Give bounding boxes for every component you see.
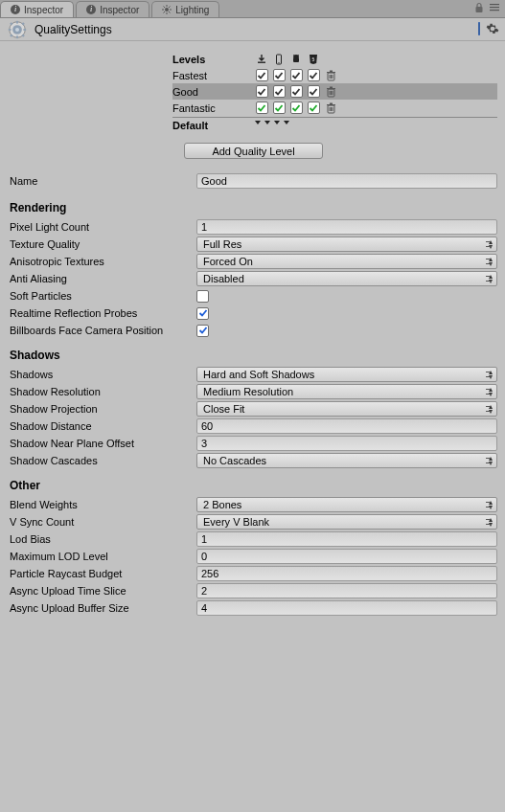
- shadow-cascades-label: Shadow Cascades: [10, 455, 196, 466]
- shadow-near-plane-input[interactable]: [196, 436, 497, 451]
- rendering-section: Rendering Pixel Light Count Texture Qual…: [10, 201, 497, 339]
- max-lod-input[interactable]: [196, 549, 497, 564]
- async-time-input[interactable]: [196, 583, 497, 598]
- shadows-dropdown[interactable]: Hard and Soft Shadows▴▾: [196, 367, 497, 382]
- pixel-light-count-input[interactable]: [196, 219, 497, 235]
- async-time-label: Async Upload Time Slice: [10, 585, 196, 597]
- levels-header-row: Levels 5: [172, 51, 497, 67]
- particle-raycast-input[interactable]: [196, 566, 497, 581]
- billboards-label: Billboards Face Camera Position: [10, 325, 196, 336]
- pixel-light-count-label: Pixel Light Count: [10, 221, 196, 233]
- gear-large-icon: [6, 18, 29, 41]
- level-platform-checkbox[interactable]: [305, 68, 322, 83]
- inspector-window: i Inspector i Inspector Lighting Quality…: [0, 0, 505, 812]
- lod-bias-input[interactable]: [196, 531, 497, 547]
- shadow-near-plane-label: Shadow Near Plane Offset: [10, 438, 196, 449]
- default-arrow[interactable]: [272, 118, 282, 127]
- tab-menu-icon[interactable]: [490, 3, 499, 12]
- texture-quality-label: Texture Quality: [10, 238, 196, 250]
- level-platform-checkbox[interactable]: [253, 101, 270, 116]
- level-platform-checkbox[interactable]: [305, 84, 322, 100]
- svg-rect-11: [490, 7, 499, 8]
- other-section: Other Blend Weights 2 Bones▴▾ V Sync Cou…: [10, 479, 497, 617]
- trash-icon[interactable]: [322, 101, 339, 116]
- level-platform-checkbox[interactable]: [270, 84, 287, 100]
- vsync-dropdown[interactable]: Every V Blank▴▾: [196, 514, 497, 530]
- tab-label: Inspector: [100, 5, 139, 15]
- trash-icon[interactable]: [322, 68, 339, 83]
- svg-rect-42: [330, 86, 333, 88]
- level-platform-checkbox[interactable]: [253, 84, 270, 100]
- anti-aliasing-dropdown[interactable]: Disabled▴▾: [196, 271, 497, 286]
- levels-default-row: Default: [172, 117, 497, 133]
- svg-rect-47: [327, 104, 335, 105]
- level-row[interactable]: Fantastic: [172, 100, 497, 116]
- svg-line-29: [298, 55, 299, 56]
- shadow-cascades-dropdown[interactable]: No Cascades▴▾: [196, 453, 497, 468]
- level-platform-checkbox[interactable]: [270, 101, 287, 116]
- texture-quality-dropdown[interactable]: Full Res▴▾: [196, 237, 497, 252]
- name-input[interactable]: [196, 173, 497, 189]
- shadows-label: Shadows: [10, 369, 196, 380]
- async-buffer-input[interactable]: [196, 600, 497, 616]
- level-row[interactable]: Good: [172, 83, 497, 100]
- svg-rect-48: [330, 102, 333, 104]
- soft-particles-label: Soft Particles: [10, 290, 196, 302]
- levels-block: Levels 5 FastestGoodFantastic Default: [10, 51, 497, 133]
- shadow-projection-dropdown[interactable]: Close Fit▴▾: [196, 401, 497, 417]
- shadow-distance-input[interactable]: [196, 418, 497, 434]
- trash-icon[interactable]: [322, 84, 339, 100]
- help-icon[interactable]: [478, 23, 480, 34]
- lock-icon[interactable]: [474, 2, 484, 13]
- svg-line-6: [169, 11, 171, 13]
- level-name: Fastest: [172, 70, 253, 81]
- level-platform-checkbox[interactable]: [287, 68, 305, 83]
- tab-inspector-active[interactable]: i Inspector: [0, 1, 74, 17]
- gear-icon[interactable]: [486, 22, 499, 35]
- add-level-row: Add Quality Level: [10, 143, 497, 159]
- tab-lighting[interactable]: Lighting: [151, 1, 219, 17]
- default-arrow[interactable]: [282, 118, 291, 127]
- svg-point-26: [278, 61, 279, 62]
- svg-rect-27: [293, 57, 299, 62]
- tabbar-right: [474, 2, 499, 13]
- shadows-section: Shadows Shadows Hard and Soft Shadows▴▾ …: [10, 349, 497, 469]
- level-platform-checkbox[interactable]: [305, 101, 322, 116]
- platform-columns: 5: [253, 52, 339, 67]
- svg-point-0: [165, 8, 169, 11]
- sun-icon: [162, 5, 172, 14]
- tab-label: Inspector: [24, 5, 63, 15]
- rendering-title: Rendering: [10, 201, 497, 214]
- anisotropic-dropdown[interactable]: Forced On▴▾: [196, 254, 497, 269]
- svg-rect-17: [16, 35, 18, 38]
- blend-weights-dropdown[interactable]: 2 Bones▴▾: [196, 497, 497, 512]
- default-arrow[interactable]: [253, 118, 263, 127]
- soft-particles-checkbox[interactable]: [196, 290, 209, 303]
- levels-table: Levels 5 FastestGoodFantastic Default: [172, 51, 497, 133]
- download-icon: [253, 52, 270, 67]
- billboards-checkbox[interactable]: [196, 325, 209, 337]
- tab-inspector[interactable]: i Inspector: [76, 1, 149, 17]
- levels-header: Levels: [172, 54, 253, 65]
- level-platform-checkbox[interactable]: [270, 68, 287, 83]
- shadow-projection-label: Shadow Projection: [10, 403, 196, 415]
- realtime-probes-checkbox[interactable]: [196, 307, 209, 320]
- svg-rect-12: [490, 10, 499, 11]
- svg-rect-41: [327, 88, 335, 89]
- shadow-distance-label: Shadow Distance: [10, 420, 196, 432]
- level-platform-checkbox[interactable]: [287, 101, 305, 116]
- add-quality-level-button[interactable]: Add Quality Level: [184, 143, 322, 159]
- svg-rect-9: [476, 7, 483, 12]
- shadow-resolution-dropdown[interactable]: Medium Resolution▴▾: [196, 384, 497, 399]
- level-row[interactable]: Fastest: [172, 67, 497, 83]
- default-arrow[interactable]: [263, 118, 272, 127]
- asset-header: QualitySettings: [0, 18, 505, 41]
- phone-icon: [270, 52, 287, 67]
- other-title: Other: [10, 479, 497, 492]
- level-platform-checkbox[interactable]: [287, 84, 305, 100]
- async-buffer-label: Async Upload Buffer Size: [10, 602, 196, 614]
- content-area: Levels 5 FastestGoodFantastic Default: [0, 41, 505, 634]
- svg-point-15: [15, 27, 19, 31]
- name-label: Name: [10, 175, 196, 187]
- level-platform-checkbox[interactable]: [253, 68, 270, 83]
